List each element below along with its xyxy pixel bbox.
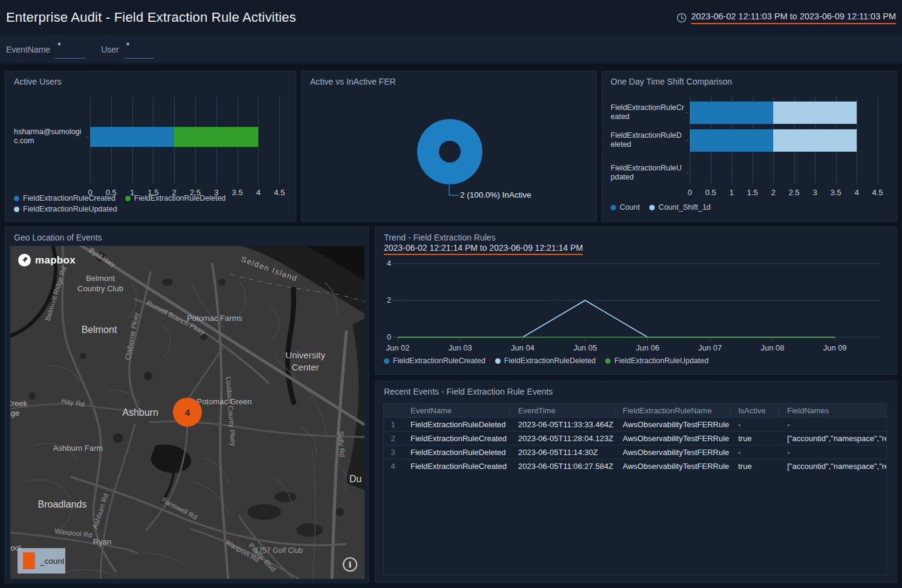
- time-range-control[interactable]: 2023-06-02 12:11:03 PM to 2023-06-09 12:…: [676, 11, 896, 24]
- forest-band: [345, 318, 365, 490]
- map-label: Ashburn: [122, 407, 158, 418]
- map[interactable]: Byrd HwySelden IslandBelmontCountry Club…: [10, 246, 365, 579]
- x-tick-label: 3.5: [227, 188, 248, 197]
- legend-label: Count: [620, 202, 640, 213]
- tree-blobs: [28, 252, 344, 537]
- column-header[interactable]: FieldExtractionRuleName: [614, 406, 730, 415]
- map-label: Waxpool Rd: [54, 527, 92, 538]
- legend-dot: [495, 358, 501, 364]
- map-label: Potomac Farms: [187, 314, 242, 323]
- chart-legend: FieldExtractionRuleCreatedFieldExtractio…: [384, 355, 880, 366]
- mapbox-attribution[interactable]: mapbox: [18, 253, 76, 267]
- column-header[interactable]: IsActive: [730, 406, 779, 415]
- y-tick-label: 4: [387, 259, 391, 268]
- legend-label: FieldExtractionRuleUpdated: [23, 204, 117, 215]
- map-label: Sully Rd: [337, 431, 346, 457]
- table-row[interactable]: 3FieldExtractionRuleDeleted2023-06-05T11…: [384, 445, 886, 459]
- column-header[interactable]: EventName: [402, 406, 510, 415]
- donut-chart: [417, 119, 482, 184]
- table-cell: -: [730, 420, 779, 429]
- filter-user-input[interactable]: *: [124, 40, 154, 59]
- category-tick: [86, 137, 89, 137]
- table-cell: ["accountid","namespace","region": [779, 434, 886, 443]
- bar-segment: [90, 127, 174, 147]
- legend-label: FieldExtractionRuleCreated: [393, 355, 485, 366]
- x-tick-label: 1: [122, 188, 143, 197]
- table-cell: FieldExtractionRuleCreated: [402, 462, 510, 471]
- map-label: Potomac Green: [196, 397, 251, 406]
- table-cell: AwsObservabilityTestFERRule: [614, 420, 730, 429]
- bar-segment: [690, 102, 773, 124]
- map-label: Ashburn Farm: [53, 444, 103, 453]
- map-info-button[interactable]: i: [343, 557, 357, 572]
- legend-label: FieldExtractionRuleUpdated: [614, 355, 709, 366]
- map-label: Byrd Hwy: [88, 246, 117, 268]
- x-tick-label: Jun 03: [449, 343, 472, 352]
- table-cell: 2023-06-05T11:33:33.464Z: [510, 420, 614, 429]
- donut-callout-label: 2 (100.0%) InActive: [460, 190, 531, 199]
- table-row[interactable]: 1FieldExtractionRuleDeleted2023-06-05T11…: [384, 417, 886, 431]
- gridline: [857, 97, 857, 184]
- table-cell: FieldExtractionRuleCreated: [402, 434, 510, 443]
- legend-item: Count_Shift_1d: [649, 202, 710, 213]
- filter-user-label: User: [101, 45, 119, 54]
- x-tick-label: 0.5: [100, 188, 122, 197]
- panel-title: Trend - Field Extraction Rules: [384, 233, 496, 242]
- map-label: Broadlands: [38, 499, 87, 509]
- table-cell: true: [730, 434, 779, 443]
- table-cell: 2023-06-05T11:28:04.123Z: [510, 434, 614, 443]
- map-label: Belmont: [82, 325, 117, 335]
- category-tick: [686, 173, 689, 173]
- donut-callout-line: [444, 184, 461, 198]
- row-number: 2: [384, 434, 402, 443]
- table-cell: FieldExtractionRuleDeleted: [402, 420, 510, 429]
- bottom-row: Geo Location of Events: [5, 227, 897, 583]
- map-marker-cluster[interactable]: 4: [173, 398, 202, 427]
- panel-active-vs-inactive: Active vs InActive FER 2 (100.0%) InActi…: [301, 71, 597, 222]
- x-tick-label: 1.5: [742, 188, 764, 197]
- dashboard-body: Active Users FieldExtractionRuleCreatedF…: [0, 63, 902, 583]
- column-header[interactable]: FieldNames: [779, 406, 886, 415]
- count-swatch: [23, 552, 35, 569]
- table-cell: -: [779, 420, 886, 429]
- category-tick: [686, 112, 689, 113]
- category-tick: [686, 140, 689, 141]
- time-range-text: 2023-06-02 12:11:03 PM to 2023-06-09 12:…: [691, 11, 896, 24]
- x-tick-label: Jun 07: [698, 343, 722, 352]
- bar-segment: [773, 102, 857, 124]
- map-label: Belmont: [86, 274, 115, 283]
- category-label: FieldExtractionRuleCreated: [611, 103, 685, 121]
- table-cell: -: [779, 448, 886, 457]
- map-label: University: [285, 350, 325, 360]
- x-tick-label: 3: [804, 188, 826, 197]
- bar-segment: [174, 127, 258, 147]
- table-row[interactable]: 4FieldExtractionRuleCreated2023-06-05T11…: [384, 459, 886, 473]
- x-tick-label: 2.5: [184, 188, 206, 197]
- column-header[interactable]: EventTime: [510, 406, 614, 415]
- map-label: Loudoun County Pkwy: [225, 376, 237, 447]
- donut-hole: [439, 141, 461, 163]
- y-tick-label: 2: [387, 296, 391, 305]
- y-tick-label: 0: [387, 332, 391, 341]
- filter-eventname-input[interactable]: *: [55, 40, 85, 59]
- trend-time-range[interactable]: 2023-06-02 12:21:14 PM to 2023-06-09 12:…: [384, 243, 583, 255]
- x-tick-label: 0.5: [700, 188, 722, 197]
- right-column: Trend - Field Extraction Rules 2023-06-0…: [375, 227, 897, 583]
- panel-title: Geo Location of Events: [14, 233, 102, 242]
- table-cell: 2023-06-05T11:06:27.584Z: [510, 462, 614, 471]
- mapbox-wordmark: mapbox: [35, 254, 76, 267]
- series-line: [398, 300, 835, 337]
- filter-bar: EventName * User *: [0, 35, 902, 63]
- bar-segment: [690, 129, 773, 152]
- table-cell: AwsObservabilityTestFERRule: [614, 448, 730, 457]
- row-number: 3: [384, 448, 402, 457]
- dashboard: Enterprise Audit - Field Extraction Rule…: [0, 0, 902, 588]
- table-cell: AwsObservabilityTestFERRule: [614, 434, 730, 443]
- table-cell: AwsObservabilityTestFERRule: [614, 462, 730, 471]
- broad-run-stream: [288, 287, 294, 404]
- x-tick-label: 2: [762, 188, 784, 197]
- legend-item: Count: [611, 202, 640, 213]
- table-row[interactable]: 2FieldExtractionRuleCreated2023-06-05T11…: [384, 431, 886, 445]
- legend-dot: [14, 196, 19, 201]
- row-number: 4: [384, 462, 402, 471]
